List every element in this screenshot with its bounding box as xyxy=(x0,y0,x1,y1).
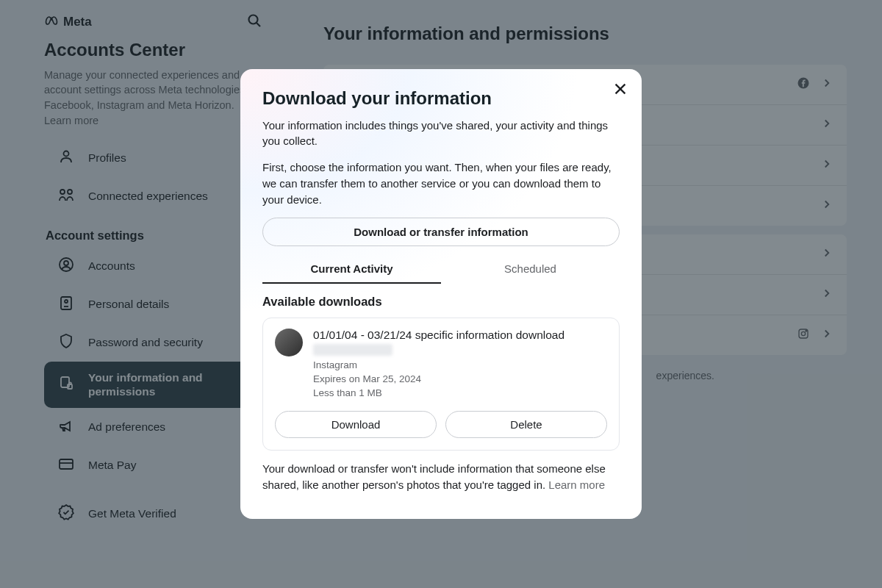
available-downloads-heading: Available downloads xyxy=(262,295,620,309)
download-info-modal: Download your information Your informati… xyxy=(240,69,642,520)
tab-scheduled[interactable]: Scheduled xyxy=(441,255,620,284)
modal-tabs: Current Activity Scheduled xyxy=(262,255,620,284)
download-transfer-button[interactable]: Download or transfer information xyxy=(262,218,620,246)
modal-description-1: Your information includes things you've … xyxy=(262,118,620,150)
download-username-redacted xyxy=(313,344,392,356)
download-expires: Expires on Mar 25, 2024 xyxy=(313,373,564,387)
download-title: 01/01/04 - 03/21/24 specific information… xyxy=(313,329,564,342)
modal-description-2: First, choose the information you want. … xyxy=(262,159,620,207)
modal-footer: Your download or transfer won't include … xyxy=(262,461,620,493)
modal-title: Download your information xyxy=(262,88,620,109)
download-platform: Instagram xyxy=(313,359,564,373)
modal-overlay: Download your information Your informati… xyxy=(0,0,882,588)
modal-learn-more-link[interactable]: Learn more xyxy=(548,478,605,491)
tab-current-activity[interactable]: Current Activity xyxy=(262,255,441,284)
download-item-card: 01/01/04 - 03/21/24 specific information… xyxy=(262,318,620,451)
download-button[interactable]: Download xyxy=(275,411,437,438)
delete-button[interactable]: Delete xyxy=(445,411,607,438)
download-size: Less than 1 MB xyxy=(313,387,564,401)
avatar xyxy=(275,329,303,356)
close-button[interactable] xyxy=(612,81,628,100)
